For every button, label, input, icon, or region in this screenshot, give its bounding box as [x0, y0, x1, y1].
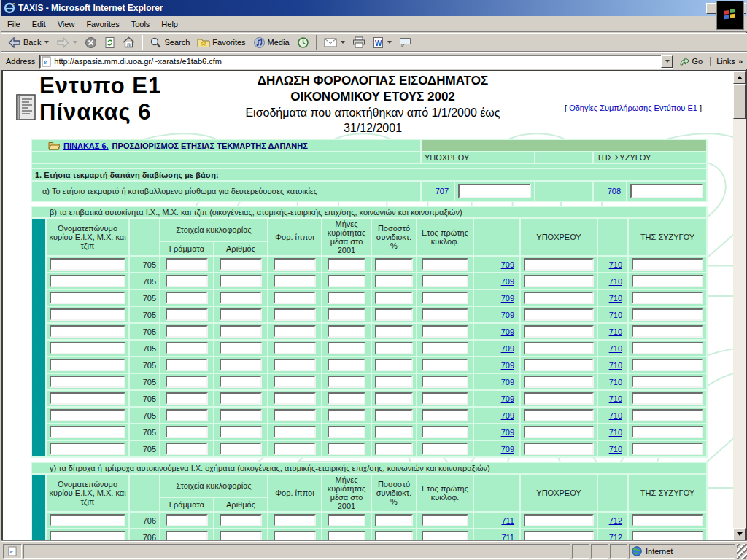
spouse-code-link[interactable]: 710: [609, 361, 622, 370]
pct-field[interactable]: [375, 292, 413, 304]
pct-field[interactable]: [375, 392, 413, 405]
spouse-code-link[interactable]: 710: [609, 428, 622, 437]
first-year-field[interactable]: [422, 275, 468, 287]
owner-name-field[interactable]: [50, 392, 125, 405]
first-year-field[interactable]: [422, 292, 468, 304]
first-year-field[interactable]: [422, 514, 468, 526]
address-url[interactable]: http://aspasia.mm.di.uoa.gr/~xarats/e1ta…: [54, 57, 660, 66]
spouse-code-link[interactable]: 710: [609, 311, 622, 319]
spouse-amount-field[interactable]: [632, 325, 703, 338]
spouse-code-link[interactable]: 712: [609, 516, 622, 525]
spouse-amount-field[interactable]: [632, 409, 703, 421]
obligor-code-link[interactable]: 709: [501, 311, 514, 319]
first-year-field[interactable]: [422, 359, 468, 371]
plate-number-field[interactable]: [220, 292, 262, 304]
plate-letters-field[interactable]: [166, 531, 208, 540]
menu-file[interactable]: File: [1, 18, 26, 31]
scroll-up-button[interactable]: [733, 71, 746, 84]
forward-dropdown-icon[interactable]: [73, 41, 77, 44]
obligor-amount-field[interactable]: [524, 376, 594, 388]
spouse-code-link[interactable]: 710: [609, 394, 622, 403]
plate-letters-field[interactable]: [166, 292, 208, 304]
refresh-button[interactable]: [101, 34, 119, 51]
months-field[interactable]: [328, 308, 365, 321]
owner-name-field[interactable]: [50, 443, 125, 455]
spouse-amount-field[interactable]: [632, 376, 703, 388]
pct-field[interactable]: [375, 359, 413, 371]
instructions-link[interactable]: Οδηγίες Συμπλήρωσης Εντύπου Ε1: [569, 104, 697, 112]
obligor-code-link[interactable]: 709: [501, 277, 514, 286]
plate-letters-field[interactable]: [166, 409, 208, 421]
obligor-amount-field[interactable]: [524, 342, 594, 354]
months-field[interactable]: [328, 292, 365, 304]
mail-dropdown-icon[interactable]: [341, 41, 345, 44]
obligor-code-link[interactable]: 711: [501, 533, 514, 541]
plate-letters-field[interactable]: [166, 258, 208, 271]
months-field[interactable]: [328, 275, 365, 287]
code-707-link[interactable]: 707: [436, 187, 449, 195]
plate-number-field[interactable]: [220, 325, 262, 338]
pct-field[interactable]: [375, 258, 413, 271]
search-button[interactable]: Search: [146, 34, 193, 51]
plate-letters-field[interactable]: [166, 275, 208, 287]
owner-name-field[interactable]: [50, 426, 125, 438]
first-year-field[interactable]: [422, 392, 468, 405]
forward-button[interactable]: [53, 34, 81, 51]
obligor-code-link[interactable]: 709: [501, 294, 514, 303]
owner-name-field[interactable]: [50, 325, 125, 338]
plate-number-field[interactable]: [220, 409, 262, 421]
obligor-amount-field[interactable]: [524, 292, 594, 304]
pct-field[interactable]: [375, 409, 413, 421]
resize-grip[interactable]: [737, 544, 747, 559]
obligor-code-link[interactable]: 711: [501, 516, 514, 525]
first-year-field[interactable]: [422, 443, 468, 455]
hp-field[interactable]: [274, 359, 316, 371]
plate-letters-field[interactable]: [166, 376, 208, 388]
plate-number-field[interactable]: [220, 531, 262, 540]
obligor-code-link[interactable]: 709: [501, 411, 514, 420]
obligor-amount-field[interactable]: [524, 258, 594, 271]
spouse-amount-field[interactable]: [632, 443, 703, 455]
plate-letters-field[interactable]: [166, 342, 208, 354]
address-input[interactable]: e http://aspasia.mm.di.uoa.gr/~xarats/e1…: [39, 55, 673, 69]
spouse-amount-field[interactable]: [632, 531, 703, 540]
first-year-field[interactable]: [422, 342, 468, 354]
months-field[interactable]: [328, 325, 365, 338]
spouse-code-link[interactable]: 712: [609, 533, 622, 541]
plate-number-field[interactable]: [220, 376, 262, 388]
back-dropdown-icon[interactable]: [44, 41, 49, 44]
owner-name-field[interactable]: [50, 376, 125, 388]
obligor-amount-field[interactable]: [524, 426, 594, 438]
months-field[interactable]: [328, 426, 365, 438]
plate-letters-field[interactable]: [166, 325, 208, 338]
owner-name-field[interactable]: [50, 514, 125, 526]
links-button[interactable]: Links »: [710, 57, 747, 66]
menu-view[interactable]: View: [52, 18, 81, 31]
obligor-amount-field[interactable]: [524, 392, 594, 405]
owner-name-field[interactable]: [50, 359, 125, 371]
menu-tools[interactable]: Tools: [125, 18, 156, 31]
hp-field[interactable]: [274, 342, 316, 354]
plate-letters-field[interactable]: [166, 392, 208, 405]
months-field[interactable]: [328, 531, 365, 540]
hp-field[interactable]: [274, 531, 316, 540]
edit-dropdown-icon[interactable]: [387, 41, 392, 44]
pct-field[interactable]: [375, 376, 413, 388]
obligor-amount-field[interactable]: [524, 443, 594, 455]
links-chevron-icon[interactable]: »: [738, 57, 743, 66]
owner-name-field[interactable]: [50, 342, 125, 354]
owner-name-field[interactable]: [50, 258, 125, 271]
hp-field[interactable]: [274, 376, 316, 388]
hp-field[interactable]: [274, 275, 316, 287]
spouse-amount-field[interactable]: [632, 426, 703, 438]
first-year-field[interactable]: [422, 325, 468, 338]
plate-number-field[interactable]: [220, 275, 262, 287]
obligor-code-link[interactable]: 709: [501, 378, 514, 386]
spouse-code-link[interactable]: 710: [609, 294, 622, 303]
plate-number-field[interactable]: [220, 359, 262, 371]
obligor-amount-field[interactable]: [524, 308, 594, 321]
scrollbar-thumb[interactable]: [733, 84, 746, 119]
spouse-amount-field[interactable]: [632, 359, 703, 371]
pct-field[interactable]: [375, 308, 413, 321]
owner-name-field[interactable]: [50, 308, 125, 321]
